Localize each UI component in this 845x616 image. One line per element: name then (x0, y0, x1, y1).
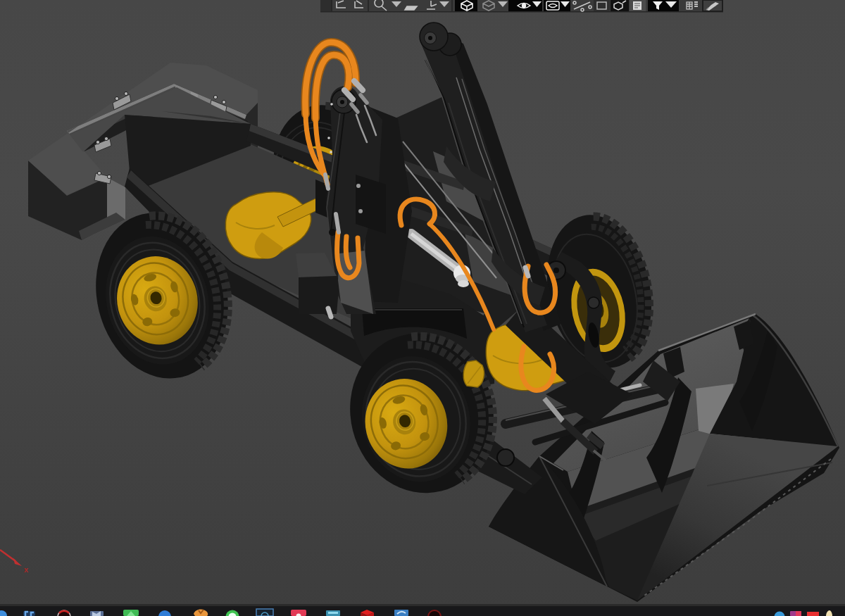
svg-text:x: x (24, 565, 29, 574)
